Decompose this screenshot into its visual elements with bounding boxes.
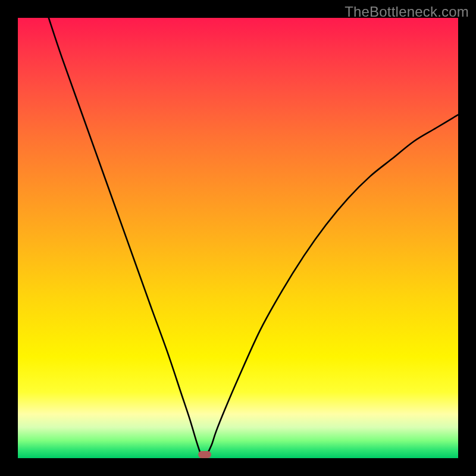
plot-area xyxy=(18,18,458,458)
curve-svg xyxy=(18,18,458,458)
minimum-marker xyxy=(198,451,211,458)
bottleneck-curve xyxy=(49,18,458,458)
chart-frame: TheBottleneck.com xyxy=(0,0,476,476)
